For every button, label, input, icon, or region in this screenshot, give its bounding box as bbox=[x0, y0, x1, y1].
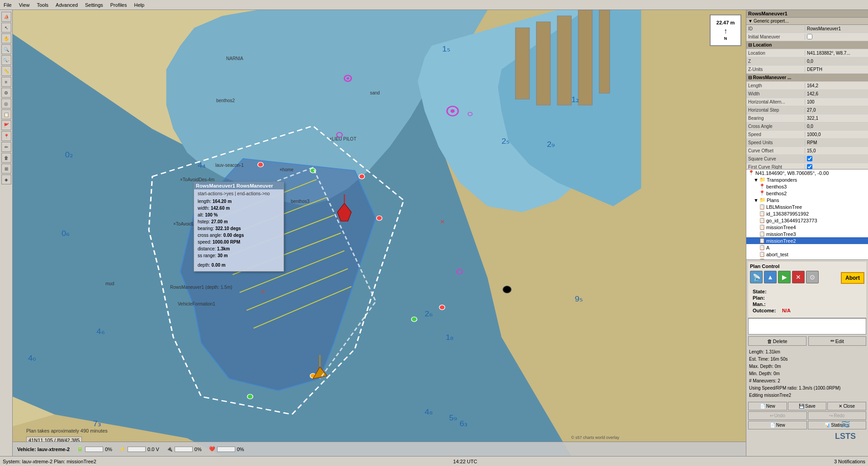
tool-trash[interactable]: 🗑 bbox=[1, 153, 11, 163]
pc-btn-play[interactable]: ▶ bbox=[778, 271, 791, 283]
pc-btn-wifi[interactable]: 📡 bbox=[750, 271, 763, 283]
tree-item-abort-test[interactable]: 📋 abort_test bbox=[746, 251, 868, 258]
battery1-icon: 🔋 bbox=[77, 446, 83, 452]
svg-point-25 bbox=[439, 305, 445, 310]
tool-zoom-in[interactable]: 🔍 bbox=[1, 44, 11, 54]
new2-button[interactable]: 📄 New bbox=[748, 421, 807, 429]
menu-settings[interactable]: Settings bbox=[81, 1, 107, 9]
tree-item-transponders[interactable]: ▼📁 Transponders bbox=[746, 176, 868, 183]
popup-title: RowsManeuver1 RowsManeuver bbox=[194, 182, 284, 189]
fuel-value: 0.0 V bbox=[147, 447, 159, 452]
tool-layers[interactable]: ≡ bbox=[1, 77, 11, 87]
svg-text:9₅: 9₅ bbox=[575, 295, 583, 303]
battery2-icon: 🔌 bbox=[166, 446, 173, 452]
tool-waypoint[interactable]: 📍 bbox=[1, 131, 11, 141]
tree-item-benthos2[interactable]: 📍 benthos2 bbox=[746, 190, 868, 197]
fuel-icon: ⚡ bbox=[119, 446, 126, 452]
battery2-value: 0% bbox=[194, 447, 202, 452]
delete-button[interactable]: 🗑 Delete bbox=[748, 336, 806, 346]
svg-text:1₈: 1₈ bbox=[446, 334, 454, 342]
tool-ship[interactable]: ⛵ bbox=[1, 12, 11, 22]
prop-cross-angle: Cross Angle 0,0 bbox=[746, 122, 868, 131]
new-icon: 📄 bbox=[760, 404, 765, 409]
tree-item-lblmissiontree[interactable]: 📋 LBLMissionTree bbox=[746, 203, 868, 210]
close-icon: ✕ bbox=[839, 404, 842, 409]
health-value: 0% bbox=[237, 447, 244, 452]
battery2-gauge bbox=[175, 447, 193, 452]
tool-pan[interactable]: ✋ bbox=[1, 33, 11, 43]
tool-pencil[interactable]: ✏ bbox=[1, 142, 11, 152]
plan-row: Plan: bbox=[753, 295, 862, 301]
tool-zoom-out[interactable]: 🔍- bbox=[1, 55, 11, 65]
fuel-item: ⚡ 0.0 V bbox=[119, 446, 159, 452]
close-button[interactable]: ✕ Close bbox=[827, 402, 866, 410]
undo-button[interactable]: ↩ Undo bbox=[748, 411, 807, 420]
tool-unknown1[interactable]: ⊞ bbox=[1, 164, 11, 174]
svg-text:0₆: 0₆ bbox=[62, 229, 70, 237]
pc-btn-up[interactable]: ▲ bbox=[764, 271, 777, 283]
svg-text:6₃: 6₃ bbox=[460, 420, 468, 428]
text-area-box bbox=[748, 318, 866, 334]
generic-properties-section[interactable]: ▼ Generic propert... bbox=[746, 18, 868, 24]
svg-text:2₆: 2₆ bbox=[425, 310, 433, 318]
new-button[interactable]: 📄 New bbox=[748, 402, 787, 410]
outcome-label: Outcome: bbox=[753, 308, 782, 313]
tree-item-missiontree2[interactable]: 📋 missionTree2 bbox=[746, 237, 868, 244]
battery2-item: 🔌 0% bbox=[166, 446, 202, 452]
maneuver-popup: RowsManeuver1 RowsManeuver start-actions… bbox=[194, 182, 284, 272]
edit-icon: ✏ bbox=[830, 338, 835, 344]
health-item: ❤️ 0% bbox=[209, 446, 244, 452]
svg-point-30 bbox=[247, 394, 253, 399]
menu-help[interactable]: Help bbox=[130, 1, 148, 9]
lsts-waves-icon: ≋ bbox=[840, 417, 851, 432]
pc-btn-misc[interactable]: ⊙ bbox=[806, 271, 819, 283]
tool-settings[interactable]: ⚙ bbox=[1, 88, 11, 98]
tool-flag[interactable]: 🚩 bbox=[1, 120, 11, 130]
plan-control-buttons: 📡 ▲ ▶ ✕ ⊙ bbox=[750, 271, 819, 283]
tool-unknown2[interactable]: ◈ bbox=[1, 174, 11, 184]
tree-item-benthos3[interactable]: 📍 benthos3 bbox=[746, 183, 868, 190]
tree-item-a[interactable]: 📋 A bbox=[746, 244, 868, 251]
status-notifications: 3 Notifications bbox=[834, 459, 865, 464]
tool-arrow[interactable]: ↖ bbox=[1, 23, 11, 33]
prop-horiz-alt: Horizontal Altern... 100 bbox=[746, 98, 868, 106]
menu-view[interactable]: View bbox=[15, 1, 33, 9]
svg-rect-8 bbox=[516, 28, 530, 99]
tree-item-missiontree4[interactable]: 📋 missionTree4 bbox=[746, 224, 868, 231]
prop-initial-maneuver: Initial Maneuver bbox=[746, 33, 868, 41]
menu-file[interactable]: File bbox=[0, 1, 15, 9]
tree-item-plans[interactable]: ▼📁 Plans bbox=[746, 197, 868, 203]
save-button[interactable]: 💾 Save bbox=[788, 402, 827, 410]
status-bar: System: lauv-xtreme-2 Plan: missionTree2… bbox=[0, 456, 868, 466]
tool-center[interactable]: ◎ bbox=[1, 99, 11, 108]
state-section: State: Plan: Man.: Outcome: N/A bbox=[750, 287, 864, 316]
tree-item-go1364[interactable]: 📋 go_id_1364491723773 bbox=[746, 217, 868, 224]
abort-button[interactable]: Abort bbox=[841, 272, 864, 284]
tree-item-missiontree3[interactable]: 📋 missionTree3 bbox=[746, 231, 868, 237]
pc-btn-stop[interactable]: ✕ bbox=[792, 271, 805, 283]
prop-curve-offset: Curve Offset 15,0 bbox=[746, 147, 868, 155]
menu-advanced[interactable]: Advanced bbox=[52, 1, 81, 9]
prop-section-location: ⊟ Location bbox=[746, 41, 868, 49]
vehicle-label: Vehicle: lauv-xtreme-2 bbox=[17, 447, 70, 452]
menu-tools[interactable]: Tools bbox=[33, 1, 52, 9]
prop-length: Length 164,2 bbox=[746, 82, 868, 90]
save-icon: 💾 bbox=[799, 404, 804, 409]
state-label: State: bbox=[753, 289, 782, 294]
map-area[interactable]: × × × 0₂ 0₆ 4₄ 2₆ 1₈ 4₆ 4₀ 1₅ 1₂ 9₅ 6₃ 5… bbox=[13, 10, 746, 456]
battery1-gauge bbox=[85, 447, 103, 452]
svg-point-34 bbox=[346, 77, 349, 80]
svg-rect-11 bbox=[578, 10, 592, 105]
tool-measure[interactable]: 📏 bbox=[1, 66, 11, 76]
tool-plan[interactable]: 📋 bbox=[1, 109, 11, 119]
delete-edit-row: 🗑 Delete ✏ Edit bbox=[748, 336, 866, 346]
tree-item-id1363[interactable]: 📋 id_1363879951992 bbox=[746, 210, 868, 217]
menu-profiles[interactable]: Profiles bbox=[107, 1, 131, 9]
tree-item-coords[interactable]: 📍 N41.184690°, W8.706085°, -0.00 bbox=[746, 169, 868, 176]
edit-button[interactable]: ✏ Edit bbox=[808, 336, 867, 346]
new2-icon: 📄 bbox=[770, 423, 775, 428]
lsts-logo: ≋ LSTS bbox=[827, 415, 863, 442]
popup-actions: start-actions->yes | end-actions->no bbox=[198, 191, 280, 196]
undo-icon: ↩ bbox=[770, 413, 773, 418]
svg-text:4₄: 4₄ bbox=[198, 161, 206, 169]
